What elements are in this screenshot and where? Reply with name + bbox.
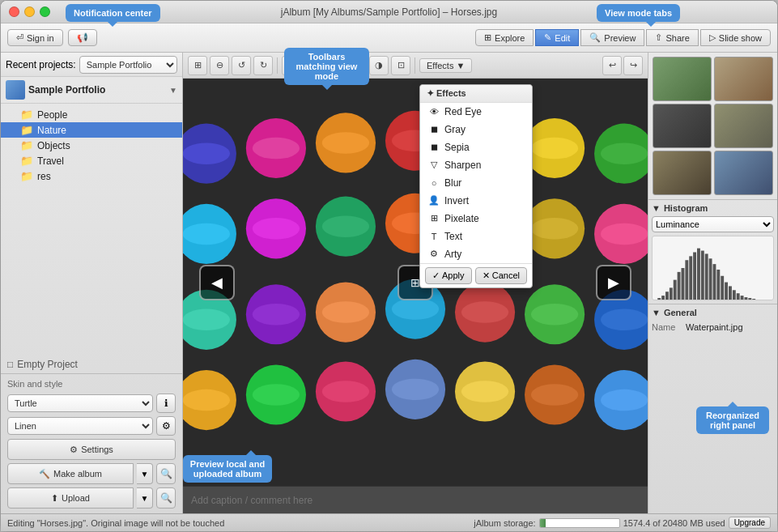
upgrade-button[interactable]: Upgrade [729, 517, 771, 529]
general-header[interactable]: ▼ General [652, 308, 774, 317]
gray-icon: ◼ [428, 124, 440, 134]
thumbnail-2[interactable] [714, 57, 773, 101]
svg-point-14 [601, 143, 648, 164]
rotate-left-btn[interactable]: ↺ [232, 56, 251, 75]
frame-btn[interactable]: ▭ [304, 56, 323, 75]
effect-sepia[interactable]: ◼ Sepia [420, 138, 532, 156]
adjust-btn[interactable]: ✦ [347, 56, 367, 75]
tab-preview[interactable]: 🔍 Preview [580, 29, 644, 46]
tree-item-people[interactable]: 📁 People [1, 107, 182, 122]
preview-upload-button[interactable]: 🔍 [156, 487, 176, 509]
skin-section-title: Skin and style [7, 379, 176, 389]
flip-btn[interactable]: ⇄ [325, 56, 345, 75]
svg-point-52 [461, 381, 508, 402]
folder-icon: 📁 [20, 170, 33, 182]
crop-btn[interactable]: ⊡ [282, 56, 301, 75]
effect-blur[interactable]: ○ Blur [420, 174, 532, 192]
svg-point-54 [531, 384, 578, 405]
effect-text[interactable]: T Text [420, 228, 532, 245]
settings-row: ⚙ Settings [7, 439, 176, 460]
rotate-right-btn[interactable]: ↻ [253, 56, 273, 75]
storage-fill [540, 519, 546, 527]
maximize-button[interactable] [40, 6, 50, 17]
effects-button[interactable]: Effects ▼ [419, 58, 472, 73]
undo-button[interactable]: ↩ [602, 56, 622, 75]
effect-arty[interactable]: ⚙ Arty [420, 245, 532, 263]
caption-input[interactable] [191, 495, 640, 506]
effect-sharpen[interactable]: ▽ Sharpen [420, 156, 532, 174]
grid-view-btn[interactable]: ⊞ [188, 56, 207, 75]
effect-gray[interactable]: ◼ Gray [420, 121, 532, 138]
svg-point-18 [253, 218, 300, 239]
next-image-button[interactable]: ▶ [596, 265, 631, 300]
svg-rect-67 [693, 253, 696, 300]
redo-button[interactable]: ↪ [623, 56, 643, 75]
style-settings-button[interactable]: ⚙ [156, 416, 176, 436]
notification-button[interactable]: 📢 [68, 29, 97, 46]
window-controls [9, 6, 50, 17]
tab-explore[interactable]: ⊞ Explore [475, 29, 534, 46]
close-button[interactable] [9, 6, 19, 17]
tab-edit[interactable]: ✎ Edit [535, 29, 579, 46]
make-album-arrow[interactable]: ▼ [137, 463, 153, 484]
project-expand-icon[interactable]: ▼ [169, 86, 177, 95]
svg-point-46 [253, 384, 300, 405]
preview-album-button[interactable]: 🔍 [156, 463, 176, 484]
top-toolbar: ⏎ Sign in 📢 ⊞ Explore ✎ Edit 🔍 Preview ⇧… [1, 23, 777, 53]
upload-arrow[interactable]: ▼ [137, 487, 153, 509]
name-label: Name [652, 322, 682, 332]
tree-item-res[interactable]: 📁 res [1, 168, 182, 184]
recent-projects-select[interactable]: Sample Portfolio [79, 56, 177, 74]
empty-project-item[interactable]: □ Empty Project [1, 355, 182, 373]
editing-status: Editing "Horses.jpg". Original image wil… [7, 518, 224, 528]
share-icon: ⇧ [655, 32, 662, 43]
tree-item-travel[interactable]: 📁 Travel [1, 153, 182, 168]
right-panel: ▼ Histogram Luminance Red Green Blue [648, 53, 777, 513]
thumbnail-4[interactable] [714, 104, 773, 148]
thumbnail-1[interactable] [653, 57, 712, 101]
thumbnail-6[interactable] [714, 151, 773, 195]
invert-icon: 👤 [428, 195, 440, 206]
blur-icon: ○ [428, 178, 440, 188]
luminance-select[interactable]: Luminance Red Green Blue [652, 216, 774, 232]
slideshow-icon: ▷ [709, 32, 716, 43]
skin-info-button[interactable]: ℹ [156, 394, 176, 413]
thumbnail-3[interactable] [653, 104, 712, 148]
svg-rect-70 [705, 253, 708, 300]
apply-button[interactable]: ✓ Apply [425, 267, 472, 284]
upload-button[interactable]: ⬆ Upload [7, 487, 134, 509]
effects-wrapper: Effects ▼ ✦ Effects 👁 Red Eye [419, 58, 472, 73]
effect-invert[interactable]: 👤 Invert [420, 192, 532, 210]
svg-rect-59 [661, 296, 665, 300]
window-title: jAlbum [My Albums/Sample Portfolio] – Ho… [281, 6, 497, 18]
prev-image-button[interactable]: ◀ [199, 265, 235, 300]
album-icon: 🔨 [39, 469, 50, 479]
tab-share[interactable]: ⇧ Share [646, 29, 698, 46]
sepia-icon: ◼ [428, 142, 440, 152]
tree-item-objects[interactable]: 📁 Objects [1, 138, 182, 153]
effect-red-eye[interactable]: 👁 Red Eye [420, 103, 532, 121]
left-sidebar: Recent projects: Sample Portfolio Sample… [1, 53, 183, 513]
svg-rect-79 [741, 296, 744, 300]
svg-rect-58 [657, 298, 661, 300]
effects-actions: ✓ Apply ✕ Cancel [420, 263, 532, 287]
resize-btn[interactable]: ⊡ [391, 56, 410, 75]
style-select[interactable]: Linen [7, 417, 153, 435]
skin-select[interactable]: Turtle [7, 394, 153, 412]
effect-pixelate[interactable]: ⊞ Pixelate [420, 210, 532, 228]
settings-button[interactable]: ⚙ Settings [7, 439, 176, 460]
tab-slideshow[interactable]: ▷ Slide show [700, 29, 771, 46]
svg-rect-69 [701, 251, 704, 300]
make-album-button[interactable]: 🔨 Make album [7, 463, 134, 484]
cancel-button[interactable]: ✕ Cancel [475, 267, 527, 284]
minimize-button[interactable] [24, 6, 35, 17]
project-tree: 📁 People 📁 Nature 📁 Objects 📁 Travel 📁 [1, 104, 182, 355]
brightness-btn[interactable]: ◑ [369, 56, 389, 75]
thumbnail-5[interactable] [653, 151, 712, 195]
signin-button[interactable]: ⏎ Sign in [7, 29, 63, 46]
histogram-header[interactable]: ▼ Histogram [652, 203, 774, 213]
svg-point-20 [322, 215, 369, 236]
pixelate-icon: ⊞ [428, 213, 440, 223]
tree-item-nature[interactable]: 📁 Nature [1, 122, 182, 138]
zoom-out-btn[interactable]: ⊖ [210, 56, 229, 75]
